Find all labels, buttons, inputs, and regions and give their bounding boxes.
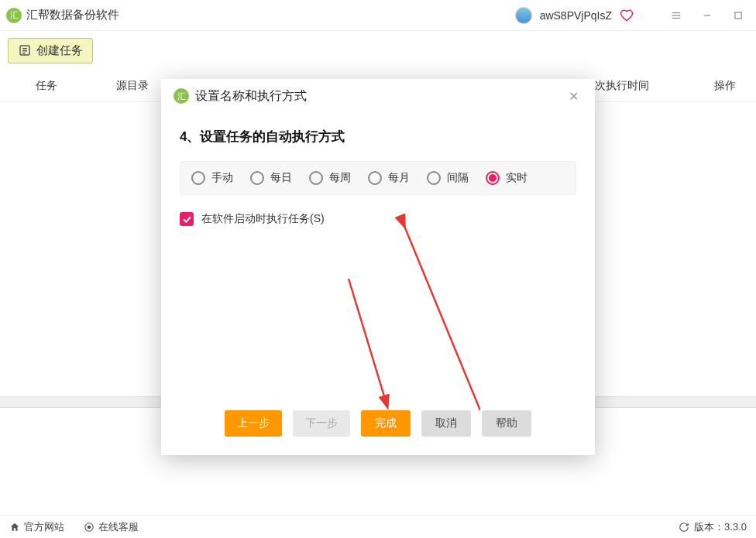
- radio-daily[interactable]: 每日: [250, 171, 292, 185]
- prev-button[interactable]: 上一步: [225, 410, 282, 437]
- svg-rect-4: [735, 12, 741, 18]
- run-on-startup-label: 在软件启动时执行任务(S): [201, 212, 325, 226]
- create-task-button[interactable]: 创建任务: [8, 38, 93, 63]
- close-icon[interactable]: ✕: [564, 87, 582, 105]
- online-service-link[interactable]: 在线客服: [84, 520, 139, 534]
- run-on-startup-checkbox[interactable]: [180, 212, 194, 226]
- radio-realtime[interactable]: 实时: [486, 171, 527, 185]
- toolbar: 创建任务: [0, 31, 756, 70]
- heart-outline-icon[interactable]: [620, 9, 634, 22]
- settings-modal: 汇 设置名称和执行方式 ✕ 4、设置任务的自动执行方式 手动 每日 每周 每月 …: [161, 79, 595, 455]
- app-title: 汇帮数据备份软件: [26, 8, 119, 22]
- refresh-icon[interactable]: [679, 522, 689, 533]
- modal-title: 设置名称和执行方式: [195, 88, 307, 105]
- official-site-link[interactable]: 官方网站: [9, 520, 64, 534]
- modal-logo-icon: 汇: [174, 88, 189, 104]
- radio-interval[interactable]: 间隔: [427, 171, 469, 185]
- statusbar: 官方网站 在线客服 版本：3.3.0: [0, 515, 756, 538]
- minimize-icon[interactable]: [696, 4, 719, 27]
- maximize-icon[interactable]: [727, 4, 750, 27]
- app-logo-icon: 汇: [6, 8, 22, 23]
- col-task: 任务: [0, 79, 93, 93]
- schedule-radio-group: 手动 每日 每周 每月 间隔 实时: [180, 161, 576, 195]
- list-icon: [18, 43, 32, 57]
- col-ops: 操作: [694, 79, 756, 93]
- menu-icon[interactable]: [665, 4, 688, 27]
- svg-point-10: [88, 526, 91, 529]
- radio-weekly[interactable]: 每周: [309, 171, 351, 185]
- titlebar: 汇 汇帮数据备份软件 awS8PVjPqIsZ: [0, 0, 756, 31]
- section-heading: 4、设置任务的自动执行方式: [180, 128, 576, 146]
- next-button: 下一步: [293, 410, 350, 437]
- check-icon: [182, 214, 192, 224]
- cancel-button[interactable]: 取消: [421, 410, 471, 437]
- headset-icon: [84, 522, 94, 533]
- username-label: awS8PVjPqIsZ: [540, 9, 612, 22]
- help-button[interactable]: 帮助: [482, 410, 531, 437]
- create-task-label: 创建任务: [36, 43, 83, 58]
- finish-button[interactable]: 完成: [361, 410, 411, 437]
- modal-footer: 上一步 下一步 完成 取消 帮助: [161, 396, 595, 455]
- version-label: 版本：3.3.0: [694, 520, 747, 534]
- radio-monthly[interactable]: 每月: [368, 171, 410, 185]
- radio-manual[interactable]: 手动: [191, 171, 233, 185]
- home-icon: [9, 522, 20, 533]
- avatar-icon[interactable]: [515, 7, 532, 24]
